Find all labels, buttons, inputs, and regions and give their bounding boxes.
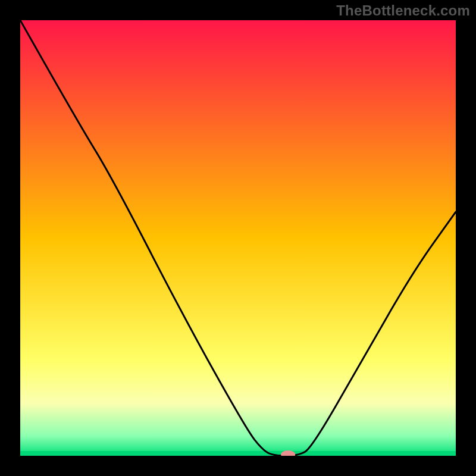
plot-background [20,20,456,456]
optimum-marker [281,450,295,459]
bottleneck-chart [0,0,476,476]
watermark-text: TheBottleneck.com [336,2,470,19]
plot-bottom-band [20,451,456,456]
chart-stage: TheBottleneck.com [0,0,476,476]
